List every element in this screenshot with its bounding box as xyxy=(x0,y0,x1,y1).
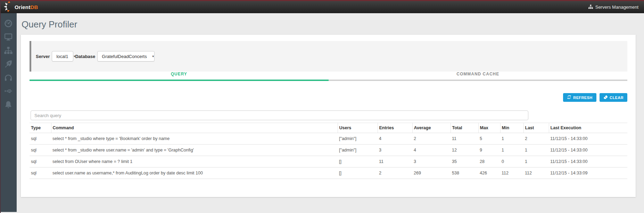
table-cell: ["admin"] xyxy=(338,145,378,156)
column-header-last-execution: Last Execution xyxy=(549,123,627,133)
orientdb-logo[interactable]: OrientDB xyxy=(3,1,38,14)
column-header-last: Last xyxy=(523,123,549,133)
table-cell: 426 xyxy=(478,167,500,179)
servers-management-link[interactable]: Servers Management xyxy=(588,4,638,10)
table-row: sqlselect user.name as username,* from A… xyxy=(30,167,627,179)
table-cell: 11/12/15 - 14:33:00 xyxy=(549,156,627,167)
table-cell: sql xyxy=(30,167,51,179)
table-cell: sql xyxy=(30,145,51,156)
chevron-down-icon: ▼ xyxy=(152,55,155,58)
server-select-value: local1 xyxy=(56,54,68,59)
table-cell: select * from _studio where type = 'Book… xyxy=(51,133,338,145)
table-cell: select from OUser where name = ? limit 1 xyxy=(51,156,338,167)
table-row: sqlselect * from _studio where type = 'B… xyxy=(30,133,627,145)
monitor-icon xyxy=(4,32,13,41)
server-label: Server xyxy=(36,54,50,59)
sidebar-item-cluster[interactable] xyxy=(3,46,13,55)
table-cell: 2 xyxy=(523,133,549,145)
column-header-max: Max xyxy=(478,123,500,133)
table-cell: 4 xyxy=(412,145,451,156)
column-header-entries: Entries xyxy=(378,123,412,133)
profiler-card: Server local1 ▼ Database GratefulDeadCon… xyxy=(21,35,636,197)
page-title: Query Profiler xyxy=(22,19,644,30)
bell-icon xyxy=(4,100,13,109)
main-content: Query Profiler Server local1 ▼ Database … xyxy=(17,13,644,212)
table-cell: select * from _studio where user.name = … xyxy=(51,145,338,156)
table-cell: 12 xyxy=(451,145,478,156)
screen: OrientDB Servers Management xyxy=(0,0,644,213)
clear-button-label: CLEAR xyxy=(610,96,624,100)
table-cell: sql xyxy=(30,156,51,167)
refresh-button-label: REFRESH xyxy=(573,96,592,100)
table-cell: 4 xyxy=(378,133,412,145)
table-cell: 5 xyxy=(478,133,500,145)
column-header-min: Min xyxy=(500,123,523,133)
database-select-value: GratefulDeadConcerts xyxy=(102,54,147,59)
database-label: Database xyxy=(75,54,95,59)
table-cell: [] xyxy=(338,167,378,179)
table-cell: 112 xyxy=(500,167,523,179)
table-cell: [] xyxy=(338,156,378,167)
sidebar-item-plugins[interactable] xyxy=(3,87,13,96)
clear-button[interactable]: CLEAR xyxy=(600,93,627,102)
table-cell: 11 xyxy=(451,133,478,145)
servers-management-label: Servers Management xyxy=(595,5,638,10)
tab-bar: QUERY COMMAND CACHE xyxy=(30,72,627,81)
table-cell: 269 xyxy=(412,167,451,179)
top-navbar: OrientDB Servers Management xyxy=(0,0,644,13)
filter-band: Server local1 ▼ Database GratefulDeadCon… xyxy=(30,41,627,72)
sidebar-item-servers[interactable] xyxy=(3,32,13,41)
sidebar xyxy=(0,13,17,212)
column-header-total: Total xyxy=(451,123,478,133)
profiler-table: TypeCommandUsersEntriesAverageTotalMaxMi… xyxy=(30,123,627,179)
tab-command-cache[interactable]: COMMAND CACHE xyxy=(329,72,628,81)
table-cell: select user.name as username,* from Audi… xyxy=(51,167,338,179)
orientdb-logo-text: OrientDB xyxy=(15,4,38,10)
server-select[interactable]: local1 ▼ xyxy=(52,51,73,62)
table-cell: 28 xyxy=(478,156,500,167)
sidebar-item-alerts[interactable] xyxy=(3,100,13,109)
database-select[interactable]: GratefulDeadConcerts ▼ xyxy=(97,51,155,62)
table-cell: 2 xyxy=(378,167,412,179)
table-cell: 9 xyxy=(478,145,500,156)
column-header-users: Users xyxy=(338,123,378,133)
table-cell: 112 xyxy=(523,167,549,179)
table-cell: 11 xyxy=(378,156,412,167)
sidebar-item-auditing[interactable] xyxy=(3,73,13,82)
table-cell: 1 xyxy=(523,145,549,156)
table-cell: 3 xyxy=(412,156,451,167)
table-cell: 11/12/15 - 14:33:09 xyxy=(549,167,627,179)
tab-query[interactable]: QUERY xyxy=(30,72,329,81)
table-cell: 35 xyxy=(451,156,478,167)
table-cell: ["admin"] xyxy=(338,133,378,145)
refresh-button[interactable]: REFRESH xyxy=(563,93,596,102)
table-cell: 0 xyxy=(500,156,523,167)
sitemap-icon xyxy=(4,46,13,55)
eraser-icon xyxy=(603,95,608,100)
headphones-icon xyxy=(4,73,13,82)
sidebar-item-dashboard[interactable] xyxy=(3,19,13,28)
table-cell: 11/12/15 - 14:33:00 xyxy=(549,133,627,145)
left-edge-stripe xyxy=(0,0,1,213)
refresh-icon xyxy=(567,95,571,100)
column-header-average: Average xyxy=(412,123,451,133)
column-header-command: Command xyxy=(51,123,338,133)
orientdb-starburst-icon xyxy=(3,1,14,14)
table-cell: 1 xyxy=(500,133,523,145)
rocket-icon xyxy=(4,59,13,68)
table-row: sqlselect * from _studio where user.name… xyxy=(30,145,627,156)
table-cell: 3 xyxy=(378,145,412,156)
table-row: sqlselect from OUser where name = ? limi… xyxy=(30,156,627,167)
table-cell: sql xyxy=(30,133,51,145)
usb-icon xyxy=(4,87,13,96)
table-cell: 538 xyxy=(451,167,478,179)
table-cell: 11/12/15 - 14:33:00 xyxy=(549,145,627,156)
toolbar: REFRESH CLEAR xyxy=(30,93,627,102)
gauge-icon xyxy=(4,19,13,28)
table-header-row: TypeCommandUsersEntriesAverageTotalMaxMi… xyxy=(30,123,627,133)
search-query-input[interactable] xyxy=(31,110,528,120)
table-cell: 1 xyxy=(523,156,549,167)
table-cell: 1 xyxy=(500,145,523,156)
column-header-type: Type xyxy=(30,123,51,133)
sidebar-item-query-profiler[interactable] xyxy=(3,59,13,68)
